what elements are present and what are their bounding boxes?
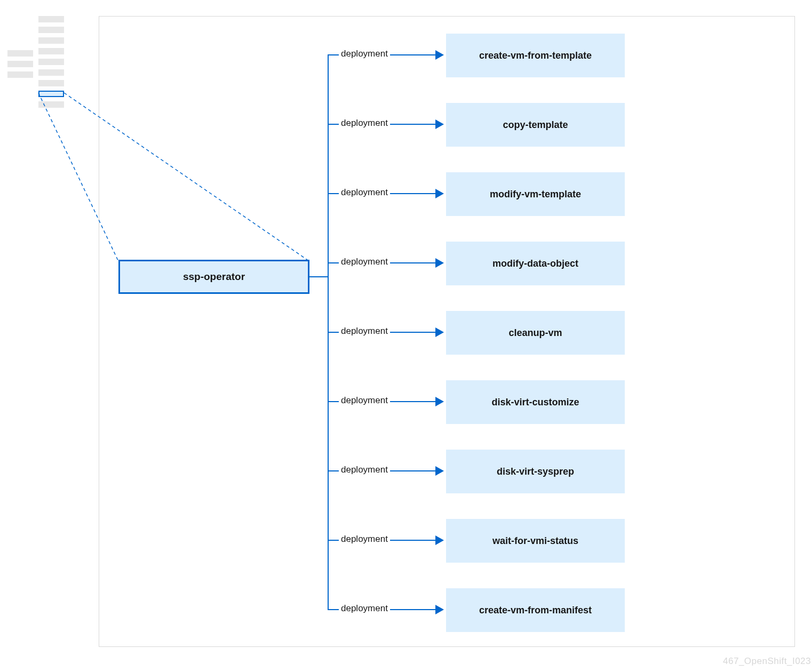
- legend-bar: [38, 69, 64, 76]
- target-label: disk-virt-sysprep: [497, 466, 574, 477]
- legend-bar: [38, 16, 64, 22]
- arrow-icon: [435, 535, 444, 545]
- edge-label: deployment: [339, 326, 390, 337]
- edge-label: deployment: [339, 118, 390, 129]
- target-cleanup-vm: cleanup-vm: [446, 311, 625, 355]
- target-label: create-vm-from-manifest: [479, 605, 592, 616]
- edge-label: deployment: [339, 49, 390, 59]
- target-label: modify-vm-template: [490, 189, 581, 200]
- arrow-icon: [435, 327, 444, 337]
- legend-highlight-bar: [38, 91, 64, 97]
- arrow-icon: [435, 605, 444, 614]
- trunk-line: [309, 276, 329, 277]
- footer-label: 467_OpenShift_I023: [723, 656, 811, 667]
- legend-bar: [38, 48, 64, 54]
- arrow-icon: [435, 50, 444, 60]
- ssp-operator-label: ssp-operator: [183, 271, 245, 283]
- target-copy-template: copy-template: [446, 103, 625, 147]
- legend-bar: [38, 80, 64, 86]
- target-label: create-vm-from-template: [479, 50, 592, 61]
- diagram-canvas: ssp-operator deployment create-vm-from-t…: [0, 0, 811, 672]
- legend-left-column: [7, 50, 33, 82]
- target-label: modify-data-object: [492, 258, 578, 269]
- target-modify-data-object: modify-data-object: [446, 242, 625, 285]
- arrow-icon: [435, 189, 444, 198]
- arrow-icon: [435, 119, 444, 129]
- arrow-icon: [435, 466, 444, 476]
- edge-label: deployment: [339, 187, 390, 198]
- target-create-vm-from-template: create-vm-from-template: [446, 34, 625, 77]
- ssp-operator-node: ssp-operator: [118, 260, 309, 294]
- edge-label: deployment: [339, 603, 390, 614]
- legend-bar: [38, 59, 64, 65]
- arrow-icon: [435, 258, 444, 268]
- legend-bar: [38, 27, 64, 33]
- legend-bar: [38, 37, 64, 44]
- legend-right-column: [38, 16, 64, 112]
- target-label: copy-template: [503, 119, 568, 131]
- target-disk-virt-customize: disk-virt-customize: [446, 380, 625, 424]
- edge-label: deployment: [339, 395, 390, 406]
- target-label: cleanup-vm: [508, 327, 562, 339]
- target-label: disk-virt-customize: [491, 397, 579, 408]
- target-wait-for-vmi-status: wait-for-vmi-status: [446, 519, 625, 563]
- arrow-icon: [435, 397, 444, 406]
- legend-bar: [7, 50, 33, 57]
- legend-bar: [7, 71, 33, 78]
- target-label: wait-for-vmi-status: [492, 535, 578, 547]
- edge-label: deployment: [339, 465, 390, 475]
- legend-bar: [7, 61, 33, 67]
- legend-bar: [38, 101, 64, 108]
- edge-label: deployment: [339, 534, 390, 545]
- target-create-vm-from-manifest: create-vm-from-manifest: [446, 588, 625, 632]
- target-disk-virt-sysprep: disk-virt-sysprep: [446, 450, 625, 493]
- target-modify-vm-template: modify-vm-template: [446, 172, 625, 216]
- edge-label: deployment: [339, 257, 390, 267]
